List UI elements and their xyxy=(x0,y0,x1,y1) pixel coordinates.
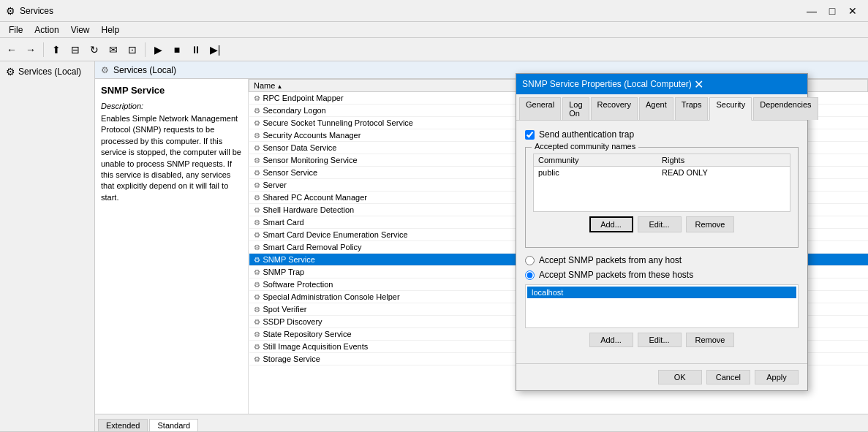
service-icon: ⚙ xyxy=(254,318,260,326)
service-icon: ⚙ xyxy=(254,343,260,351)
service-icon: ⚙ xyxy=(254,156,260,164)
community-remove-button[interactable]: Remove xyxy=(686,216,735,232)
dialog-tab-recovery[interactable]: Recovery xyxy=(591,97,638,120)
service-detail-panel: SNMP Service Description: Enables Simple… xyxy=(95,79,249,414)
snmp-properties-dialog: SNMP Service Properties (Local Computer)… xyxy=(516,73,808,391)
dialog-security-content: Send authentication trap Accepted commun… xyxy=(516,121,807,363)
menu-bar: File Action View Help xyxy=(0,22,868,38)
dialog-title-bar: SNMP Service Properties (Local Computer)… xyxy=(516,74,807,94)
menu-help[interactable]: Help xyxy=(96,23,126,37)
community-value-rights: READ ONLY xyxy=(662,168,785,177)
community-col-rights: Rights xyxy=(662,156,785,164)
service-detail-desc-label: Description: xyxy=(101,102,242,110)
sidebar-item-services-local[interactable]: ⚙ Services (Local) xyxy=(3,64,91,79)
tab-standard[interactable]: Standard xyxy=(149,419,198,431)
dialog-close-button[interactable]: ✕ xyxy=(692,77,706,91)
service-icon: ⚙ xyxy=(254,256,260,264)
hosts-remove-button[interactable]: Remove xyxy=(686,333,735,347)
toolbar-export[interactable]: ✉ xyxy=(105,41,122,58)
service-icon: ⚙ xyxy=(254,119,260,127)
tabs-bar: Extended Standard xyxy=(95,414,868,431)
service-icon: ⚙ xyxy=(254,281,260,289)
toolbar-restart[interactable]: ▶| xyxy=(206,41,224,58)
title-bar: ⚙ Services — □ ✕ xyxy=(0,0,868,22)
send-auth-trap-checkbox[interactable] xyxy=(525,130,535,140)
hosts-add-button[interactable]: Add... xyxy=(589,333,633,347)
community-group: Accepted community names Community Right… xyxy=(525,147,799,248)
dialog-footer: OK Cancel Apply xyxy=(516,363,807,390)
service-icon: ⚙ xyxy=(254,181,260,189)
send-auth-trap-row: Send authentication trap xyxy=(525,129,799,140)
window-title: Services xyxy=(20,6,802,16)
service-icon: ⚙ xyxy=(254,194,260,202)
service-icon: ⚙ xyxy=(254,231,260,239)
menu-view[interactable]: View xyxy=(65,23,96,37)
community-header: Community Rights xyxy=(534,154,790,167)
dialog-tab-general[interactable]: General xyxy=(519,97,561,120)
service-icon: ⚙ xyxy=(254,169,260,177)
community-group-label: Accepted community names xyxy=(532,142,638,151)
left-panel: ⚙ Services (Local) xyxy=(0,61,95,431)
maximize-button[interactable]: □ xyxy=(823,4,842,18)
service-detail-name: SNMP Service xyxy=(101,85,242,96)
dialog-tab-security[interactable]: Security xyxy=(709,97,752,121)
toolbar-sep-1 xyxy=(43,42,44,57)
dialog-cancel-button[interactable]: Cancel xyxy=(706,370,750,384)
toolbar-sep-2 xyxy=(145,42,146,57)
dialog-tab-traps[interactable]: Traps xyxy=(675,97,709,120)
service-icon: ⚙ xyxy=(254,293,260,301)
toolbar-start[interactable]: ▶ xyxy=(149,41,167,58)
radio-any-label: Accept SNMP packets from any host xyxy=(539,255,682,265)
dialog-tab-agent[interactable]: Agent xyxy=(639,97,673,120)
service-icon: ⚙ xyxy=(254,219,260,227)
hosts-area: localhost xyxy=(525,284,799,328)
service-icon: ⚙ xyxy=(254,268,260,276)
toolbar-back[interactable]: ← xyxy=(3,41,20,58)
service-icon: ⚙ xyxy=(254,206,260,214)
community-col-community: Community xyxy=(538,156,662,164)
radio-any[interactable] xyxy=(525,256,535,265)
radio-these[interactable] xyxy=(525,270,535,280)
service-icon: ⚙ xyxy=(254,330,260,338)
services-header-icon: ⚙ xyxy=(101,65,109,75)
services-local-icon: ⚙ xyxy=(6,66,15,77)
radio-these-label: Accept SNMP packets from these hosts xyxy=(539,270,693,280)
minimize-button[interactable]: — xyxy=(802,4,821,18)
dialog-tab-logon[interactable]: Log On xyxy=(562,97,589,120)
toolbar-show-hide[interactable]: ⊟ xyxy=(67,41,84,58)
service-detail-desc: Enables Simple Network Management Protoc… xyxy=(101,113,242,203)
radio-these-row: Accept SNMP packets from these hosts xyxy=(525,270,799,280)
dialog-apply-button[interactable]: Apply xyxy=(755,370,799,384)
service-icon: ⚙ xyxy=(254,132,260,140)
community-btn-row: Add... Edit... Remove xyxy=(533,216,790,232)
services-header-text: Services (Local) xyxy=(113,65,176,75)
toolbar-forward[interactable]: → xyxy=(22,41,39,58)
service-icon: ⚙ xyxy=(254,355,260,363)
close-button[interactable]: ✕ xyxy=(843,4,862,18)
toolbar-properties[interactable]: ⊡ xyxy=(124,41,141,58)
community-edit-button[interactable]: Edit... xyxy=(638,216,682,232)
service-icon: ⚙ xyxy=(254,243,260,251)
menu-action[interactable]: Action xyxy=(29,23,64,37)
community-add-button[interactable]: Add... xyxy=(589,216,633,232)
toolbar-pause[interactable]: ⏸ xyxy=(187,41,205,58)
toolbar-up[interactable]: ⬆ xyxy=(48,41,65,58)
radio-any-row: Accept SNMP packets from any host xyxy=(525,255,799,265)
host-localhost[interactable]: localhost xyxy=(527,287,796,298)
toolbar-refresh[interactable]: ↻ xyxy=(86,41,103,58)
dialog-tabs: General Log On Recovery Agent Traps Secu… xyxy=(516,94,807,121)
dialog-title-text: SNMP Service Properties (Local Computer) xyxy=(522,79,692,89)
hosts-edit-button[interactable]: Edit... xyxy=(638,333,682,347)
window-icon: ⚙ xyxy=(6,5,15,17)
sidebar-item-label: Services (Local) xyxy=(18,67,81,77)
send-auth-trap-label: Send authentication trap xyxy=(539,129,634,140)
service-icon: ⚙ xyxy=(254,306,260,314)
dialog-tab-dependencies[interactable]: Dependencies xyxy=(753,97,818,120)
dialog-ok-button[interactable]: OK xyxy=(658,370,702,384)
tab-extended[interactable]: Extended xyxy=(98,419,148,431)
service-icon: ⚙ xyxy=(254,107,260,115)
service-icon: ⚙ xyxy=(254,94,260,102)
community-row-public[interactable]: public READ ONLY xyxy=(534,167,790,178)
toolbar-stop[interactable]: ■ xyxy=(168,41,186,58)
menu-file[interactable]: File xyxy=(3,23,29,37)
